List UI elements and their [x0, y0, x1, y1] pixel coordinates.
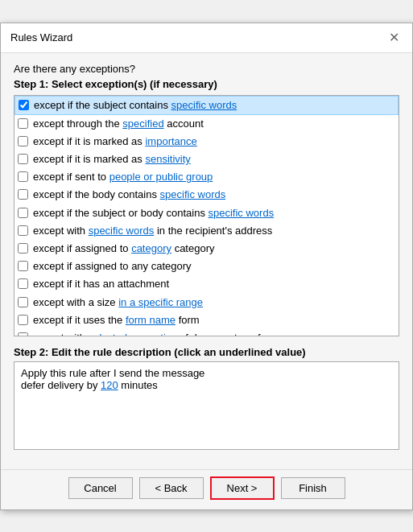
list-item[interactable]: except through the specified account [14, 115, 399, 133]
exception-checkbox[interactable] [18, 154, 28, 164]
exception-link[interactable]: specific words [160, 188, 226, 200]
back-button[interactable]: < Back [139, 477, 204, 499]
description-prefix: defer delivery by [21, 379, 101, 391]
exception-label: except if sent to people or public group [33, 170, 213, 184]
exception-label: except if it is marked as importance [33, 134, 197, 149]
exception-link[interactable]: specific words [89, 225, 155, 237]
dialog-content: Are there any exceptions? Step 1: Select… [1, 53, 412, 469]
step1-label: Step 1: Select exception(s) (if necessar… [14, 78, 399, 90]
step2-label: Step 2: Edit the rule description (click… [14, 346, 399, 358]
exception-label: except if it is marked as sensitivity [33, 152, 191, 167]
exception-link[interactable]: form name [126, 314, 176, 326]
exception-label: except if assigned to any category [33, 259, 192, 274]
exception-label: except if the subject contains specific … [34, 98, 237, 113]
rule-description-box: Apply this rule after I send the message… [14, 361, 399, 450]
exception-link[interactable]: specific words [171, 99, 237, 111]
exception-link[interactable]: specific words [209, 207, 275, 219]
exception-label: except through the specified account [33, 117, 204, 131]
exception-checkbox[interactable] [18, 297, 28, 307]
exception-link[interactable]: in a specific range [118, 296, 203, 308]
exception-checkbox[interactable] [18, 136, 28, 146]
exception-checkbox[interactable] [18, 278, 28, 289]
list-item[interactable]: except if it is marked as sensitivity [14, 151, 399, 168]
exception-label: except with specific words in the recipi… [33, 224, 272, 238]
exception-label: except if it has an attachment [33, 277, 169, 291]
exception-link[interactable]: specified [122, 118, 163, 130]
exception-link[interactable]: people or public group [109, 171, 213, 183]
exception-label: except with a size in a specific range [33, 295, 203, 310]
exception-link[interactable]: selected properties [89, 332, 177, 336]
exception-link[interactable]: sensitivity [145, 153, 190, 165]
description-line2: defer delivery by 120 minutes [21, 379, 392, 391]
description-suffix: minutes [118, 379, 158, 391]
question-text: Are there any exceptions? [14, 63, 399, 75]
exception-link[interactable]: category [131, 242, 171, 254]
description-link[interactable]: 120 [101, 379, 118, 391]
list-item[interactable]: except with specific words in the recipi… [14, 222, 399, 240]
exception-checkbox[interactable] [18, 208, 28, 218]
exception-label: except if it uses the form name form [33, 313, 200, 328]
exceptions-list: except if the subject contains specific … [14, 95, 399, 336]
exception-checkbox[interactable] [18, 189, 28, 200]
list-item[interactable]: except with a size in a specific range [14, 294, 399, 311]
list-item[interactable]: except if the body contains specific wor… [14, 186, 399, 204]
cancel-button[interactable]: Cancel [68, 477, 133, 499]
exception-link[interactable]: importance [145, 135, 196, 147]
list-item[interactable]: except if it is marked as importance [14, 133, 399, 151]
exception-checkbox[interactable] [18, 118, 28, 129]
list-item[interactable]: except with selected properties of docum… [14, 329, 399, 336]
exception-label: except if the subject or body contains s… [33, 206, 274, 221]
exception-checkbox[interactable] [18, 332, 28, 336]
exception-label: except if assigned to category category [33, 241, 215, 256]
button-row: Cancel < Back Next > Finish [1, 469, 412, 509]
list-item[interactable]: except if the subject contains specific … [14, 96, 399, 115]
dialog-title: Rules Wizard [10, 31, 72, 43]
exception-label: except if the body contains specific wor… [33, 188, 225, 202]
exception-checkbox[interactable] [18, 171, 28, 182]
finish-button[interactable]: Finish [281, 477, 345, 499]
list-item[interactable]: except if the subject or body contains s… [14, 204, 399, 222]
list-item[interactable]: except if assigned to any category [14, 258, 399, 275]
list-item[interactable]: except if sent to people or public group [14, 168, 399, 186]
rules-wizard-dialog: Rules Wizard ✕ Are there any exceptions?… [0, 23, 413, 510]
exception-checkbox[interactable] [18, 261, 28, 271]
title-bar: Rules Wizard ✕ [1, 23, 412, 53]
close-button[interactable]: ✕ [386, 30, 403, 46]
next-button[interactable]: Next > [210, 476, 275, 500]
list-item[interactable]: except if assigned to category category [14, 240, 399, 258]
exception-checkbox[interactable] [19, 100, 29, 110]
exception-checkbox[interactable] [18, 315, 28, 325]
list-item[interactable]: except if it has an attachment [14, 275, 399, 293]
list-item[interactable]: except if it uses the form name form [14, 311, 399, 329]
exception-checkbox[interactable] [18, 225, 28, 236]
exception-label: except with selected properties of docum… [33, 331, 283, 336]
exception-checkbox[interactable] [18, 243, 28, 254]
description-line1: Apply this rule after I send the message [21, 367, 392, 379]
